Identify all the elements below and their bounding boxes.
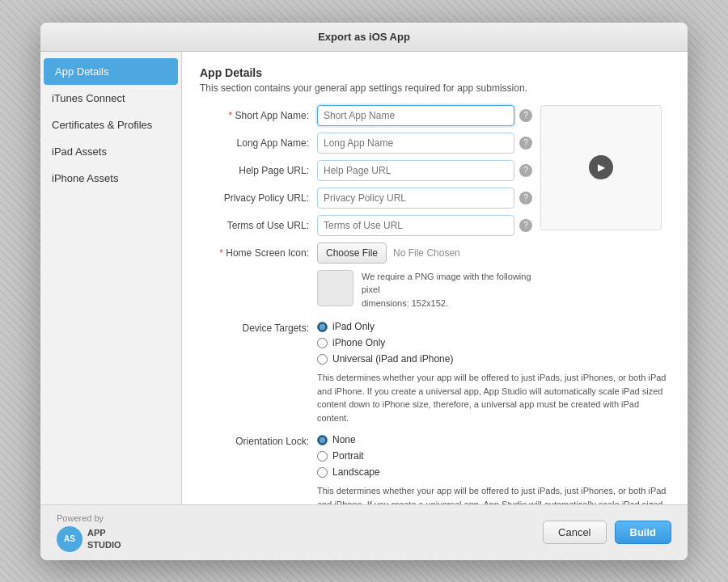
device-targets-description: This determines whether your app will be…	[317, 371, 670, 424]
privacy-policy-url-help-icon[interactable]: ?	[519, 192, 532, 205]
long-app-name-help-icon[interactable]: ?	[519, 137, 532, 150]
sidebar: App Details iTunes Connect Certificates …	[40, 52, 182, 504]
bottom-bar: Powered by AS APP STUDIO Cancel Build	[40, 504, 688, 560]
powered-by-section: Powered by AS APP STUDIO	[57, 513, 121, 552]
sidebar-item-itunes-connect[interactable]: iTunes Connect	[40, 85, 181, 112]
window-title: Export as iOS App	[318, 31, 410, 43]
short-app-name-help-icon[interactable]: ?	[519, 109, 532, 122]
terms-of-use-url-help-icon[interactable]: ?	[519, 219, 532, 232]
form-fields: * Short App Name: ? Long App Name: ?	[200, 105, 532, 322]
home-screen-icon-label: * Home Screen Icon:	[200, 247, 317, 259]
radio-iphone-only[interactable]: iPhone Only	[317, 337, 453, 348]
icon-hint: We require a PNG image with the followin…	[362, 270, 532, 310]
orientation-lock-description: This determines whether your app will be…	[317, 484, 670, 504]
terms-of-use-url-row: Terms of Use URL: ?	[200, 215, 532, 236]
title-bar: Export as iOS App	[40, 23, 688, 52]
short-app-name-row: * Short App Name: ?	[200, 105, 532, 126]
long-app-name-label: Long App Name:	[200, 137, 317, 149]
privacy-policy-url-input[interactable]	[317, 188, 514, 209]
logo-text: APP STUDIO	[87, 527, 121, 550]
cancel-button[interactable]: Cancel	[543, 521, 606, 544]
privacy-policy-url-row: Privacy Policy URL: ?	[200, 188, 532, 209]
section-subtitle: This section contains your general app s…	[200, 82, 670, 94]
sidebar-item-iphone-assets[interactable]: iPhone Assets	[40, 165, 181, 192]
no-file-text: No File Chosen	[393, 247, 460, 259]
play-icon[interactable]: ▶	[589, 155, 613, 179]
powered-by-text: Powered by	[57, 513, 104, 523]
help-page-url-row: Help Page URL: ?	[200, 160, 532, 181]
short-app-name-input[interactable]	[317, 105, 514, 126]
home-screen-icon-row: * Home Screen Icon: Choose File No File …	[200, 242, 532, 264]
device-targets-label: Device Targets:	[200, 321, 317, 334]
help-page-url-input[interactable]	[317, 160, 514, 181]
long-app-name-input[interactable]	[317, 133, 514, 154]
privacy-policy-url-label: Privacy Policy URL:	[200, 192, 317, 204]
terms-of-use-url-input[interactable]	[317, 215, 514, 236]
orientation-lock-row: Orientation Lock: None Portrait Landscap…	[200, 434, 670, 478]
sidebar-item-app-details[interactable]: App Details	[44, 58, 178, 85]
build-button[interactable]: Build	[615, 521, 672, 544]
sidebar-item-certificates-profiles[interactable]: Certificates & Profiles	[40, 112, 181, 138]
help-page-url-help-icon[interactable]: ?	[519, 164, 532, 177]
right-preview: ▶	[540, 105, 670, 322]
choose-file-button[interactable]: Choose File	[317, 242, 387, 264]
radio-universal[interactable]: Universal (iPad and iPhone)	[317, 353, 453, 365]
device-targets-group: iPad Only iPhone Only Universal (iPad an…	[317, 321, 453, 365]
radio-ipad-only[interactable]: iPad Only	[317, 321, 453, 332]
orientation-lock-group: None Portrait Landscape	[317, 434, 380, 478]
help-page-url-label: Help Page URL:	[200, 165, 317, 176]
main-window: Export as iOS App App Details iTunes Con…	[40, 23, 688, 560]
radio-landscape[interactable]: Landscape	[317, 466, 380, 478]
device-targets-row: Device Targets: iPad Only iPhone Only Un…	[200, 321, 670, 365]
icon-preview-row: We require a PNG image with the followin…	[317, 270, 532, 310]
orientation-lock-label: Orientation Lock:	[200, 434, 317, 447]
preview-box: ▶	[540, 105, 662, 230]
main-panel: App Details This section contains your g…	[182, 52, 688, 504]
logo-area: AS APP STUDIO	[57, 526, 121, 552]
long-app-name-row: Long App Name: ?	[200, 133, 532, 154]
terms-of-use-url-label: Terms of Use URL:	[200, 220, 317, 231]
radio-portrait[interactable]: Portrait	[317, 450, 380, 462]
window-content: App Details iTunes Connect Certificates …	[40, 52, 688, 504]
radio-none[interactable]: None	[317, 434, 380, 445]
section-title: App Details	[200, 66, 670, 79]
sidebar-item-ipad-assets[interactable]: iPad Assets	[40, 138, 181, 165]
short-app-name-label: * Short App Name:	[200, 110, 317, 121]
logo-icon: AS	[57, 526, 83, 552]
icon-placeholder	[317, 270, 353, 306]
action-buttons: Cancel Build	[543, 521, 671, 544]
top-section: * Short App Name: ? Long App Name: ?	[200, 105, 670, 322]
